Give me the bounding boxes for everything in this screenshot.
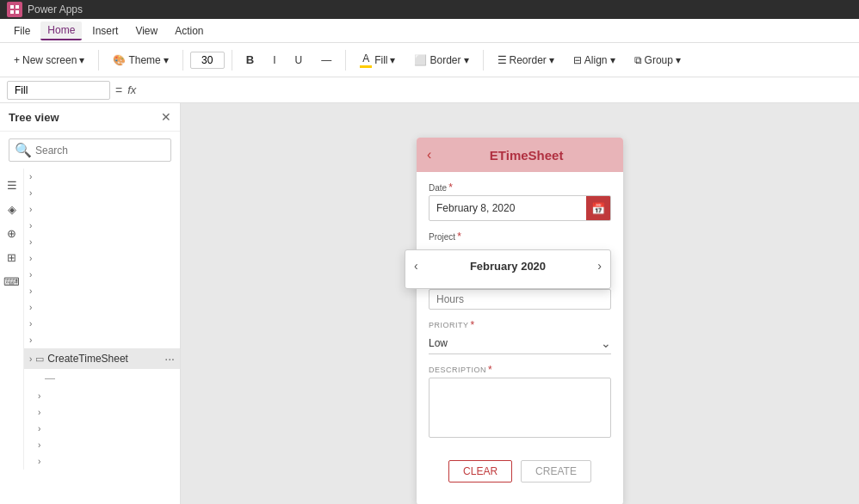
app-title: Power Apps xyxy=(28,3,83,15)
date-picker-popup[interactable]: ‹ February 2020 › xyxy=(405,249,611,289)
tree-expand-1[interactable]: › xyxy=(24,169,180,185)
chevron-down-icon: ▾ xyxy=(390,54,395,66)
ribbon-divider-4 xyxy=(345,50,346,71)
tree-expand-12[interactable]: › xyxy=(24,388,180,404)
border-button[interactable]: ⬜ Border ▾ xyxy=(407,52,475,69)
hours-input[interactable] xyxy=(429,289,611,310)
tree-expand-11[interactable]: › xyxy=(24,332,180,348)
date-input[interactable] xyxy=(430,198,586,218)
tree-expand-13[interactable]: › xyxy=(24,404,180,421)
database-icon[interactable]: ⊞ xyxy=(3,248,22,267)
tree-expand-7[interactable]: › xyxy=(24,267,180,283)
chevron-right-icon: › xyxy=(38,408,40,417)
plus-icon: + xyxy=(14,54,20,66)
app-card: ‹ ETimeSheet Date * 📅 xyxy=(417,138,623,504)
reorder-icon: ☰ xyxy=(497,54,507,66)
back-button[interactable]: ‹ xyxy=(427,147,431,163)
tree-expand-2[interactable]: › xyxy=(24,185,180,201)
priority-label: PRIORITY * xyxy=(429,320,611,330)
sidebar-panel: ☰ ◈ ⊕ ⊞ ⌨ › › › › xyxy=(0,169,180,470)
sidebar-close-button[interactable]: ✕ xyxy=(161,110,171,124)
tree-dash-item: — xyxy=(24,369,180,388)
sidebar-header: Tree view ✕ xyxy=(0,103,180,132)
chevron-right-icon: › xyxy=(29,254,32,263)
date-prev-button[interactable]: ‹ xyxy=(414,259,418,273)
date-label: Date * xyxy=(429,182,611,193)
italic-button[interactable]: I xyxy=(266,52,282,69)
priority-dropdown[interactable]: Low ⌄ xyxy=(429,333,611,354)
required-indicator: * xyxy=(448,182,453,193)
formula-field-input[interactable] xyxy=(7,81,110,100)
tree-expand-14[interactable]: › xyxy=(24,421,180,437)
date-next-button[interactable]: › xyxy=(597,259,602,273)
chevron-down-icon-2: ⌄ xyxy=(601,336,611,350)
menu-view[interactable]: View xyxy=(128,22,164,40)
priority-field: PRIORITY * Low ⌄ xyxy=(429,320,611,354)
bold-button[interactable]: B xyxy=(239,51,261,69)
fill-color-bar xyxy=(360,65,372,68)
code-icon[interactable]: ⌨ xyxy=(3,272,22,291)
tree-expand-16[interactable]: › xyxy=(24,453,180,470)
tree-expand-9[interactable]: › xyxy=(24,299,180,316)
menu-home[interactable]: Home xyxy=(40,22,82,40)
tree-expand-15[interactable]: › xyxy=(24,437,180,453)
project-label: Project * xyxy=(429,231,611,242)
chevron-down-icon: ▾ xyxy=(79,54,84,66)
required-indicator-2: * xyxy=(457,231,461,242)
chevron-right-icon: › xyxy=(29,205,32,214)
priority-value: Low xyxy=(429,337,448,349)
fx-label: fx xyxy=(127,83,136,96)
align-button[interactable]: ⊟ Align ▾ xyxy=(566,52,622,69)
menu-insert[interactable]: Insert xyxy=(85,22,125,40)
tree-expand-8[interactable]: › xyxy=(24,283,180,299)
group-icon: ⧉ xyxy=(634,54,642,66)
tree-expand-10[interactable]: › xyxy=(24,316,180,332)
more-options-icon[interactable]: ··· xyxy=(164,352,175,366)
plus-circle-icon[interactable]: ⊕ xyxy=(3,224,22,243)
theme-button[interactable]: 🎨 Theme ▾ xyxy=(106,52,175,69)
new-screen-button[interactable]: + New screen ▾ xyxy=(7,52,91,69)
fill-button[interactable]: A Fill ▾ xyxy=(353,50,402,71)
required-indicator-5: * xyxy=(488,365,492,375)
sidebar-tree: › › › › › › › xyxy=(24,169,180,470)
chevron-right-icon: › xyxy=(29,286,32,296)
description-textarea[interactable] xyxy=(429,378,611,438)
tree-create-timesheet[interactable]: › ▭ CreateTimeSheet ··· xyxy=(24,348,180,369)
app-content: Date * 📅 Project * xyxy=(417,172,623,504)
menu-file[interactable]: File xyxy=(7,22,37,40)
app-screen-title: ETimeSheet xyxy=(440,148,613,163)
tree-expand-4[interactable]: › xyxy=(24,218,180,234)
theme-icon: 🎨 xyxy=(113,54,126,66)
sidebar-search-input[interactable] xyxy=(35,144,165,157)
ribbon-divider-2 xyxy=(182,50,183,71)
chevron-right-icon: › xyxy=(29,221,32,230)
strikethrough-button[interactable]: — xyxy=(314,52,338,69)
chevron-right-icon: › xyxy=(38,457,40,466)
chevron-right-icon: › xyxy=(29,172,32,181)
ribbon-divider-3 xyxy=(232,50,232,71)
equals-sign: = xyxy=(115,83,122,97)
tree-expand-5[interactable]: › xyxy=(24,234,180,250)
chevron-right-icon: › xyxy=(29,237,32,247)
chevron-right-icon: › xyxy=(29,303,32,312)
underline-button[interactable]: U xyxy=(287,52,309,69)
font-size-input[interactable] xyxy=(190,52,225,69)
chevron-down-icon: ▾ xyxy=(464,54,469,66)
chevron-down-icon: ▾ xyxy=(676,54,681,66)
calendar-icon: 📅 xyxy=(591,202,605,215)
sidebar: Tree view ✕ 🔍 ☰ ◈ ⊕ ⊞ ⌨ › › xyxy=(0,103,181,504)
chevron-right-icon: › xyxy=(38,391,40,401)
calendar-button[interactable]: 📅 xyxy=(586,196,610,220)
clear-button[interactable]: CLEAR xyxy=(448,460,512,482)
create-button[interactable]: CREATE xyxy=(521,460,591,482)
tree-expand-6[interactable]: › xyxy=(24,250,180,267)
group-button[interactable]: ⧉ Group ▾ xyxy=(627,52,688,69)
components-icon[interactable]: ◈ xyxy=(3,200,22,218)
date-popup-month-year: February 2020 xyxy=(470,260,546,273)
tree-expand-3[interactable]: › xyxy=(24,201,180,218)
layers-icon[interactable]: ☰ xyxy=(3,175,22,194)
menu-bar: File Home Insert View Action xyxy=(0,19,859,43)
reorder-button[interactable]: ☰ Reorder ▾ xyxy=(491,52,561,69)
date-field: Date * 📅 xyxy=(429,182,611,221)
menu-action[interactable]: Action xyxy=(168,22,210,40)
